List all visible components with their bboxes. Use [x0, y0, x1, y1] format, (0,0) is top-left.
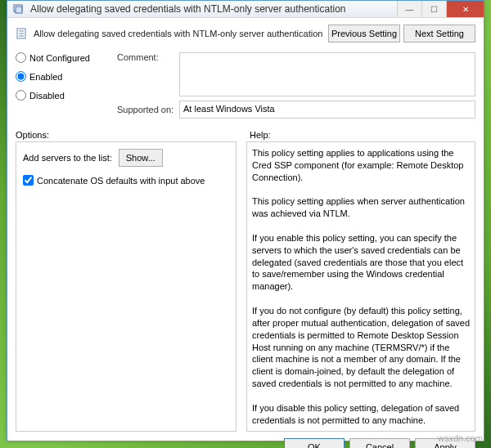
svg-rect-1: [16, 7, 22, 13]
help-panel[interactable]: This policy setting applies to applicati…: [246, 141, 475, 432]
comment-label: Comment:: [117, 52, 174, 101]
previous-setting-button[interactable]: Previous Setting: [328, 25, 400, 43]
top-grid: Not Configured Enabled Disabled Comment:…: [16, 52, 475, 119]
section-labels: Options: Help:: [16, 130, 475, 140]
supported-on-field[interactable]: At least Windows Vista: [179, 101, 475, 119]
radio-not-configured-label: Not Configured: [29, 53, 90, 63]
comment-field[interactable]: [179, 52, 475, 96]
show-button[interactable]: Show...: [119, 149, 163, 167]
supported-label: Supported on:: [117, 105, 174, 114]
app-icon: [12, 2, 25, 16]
minimize-button[interactable]: —: [397, 1, 421, 17]
add-servers-row: Add servers to the list: Show...: [23, 149, 229, 167]
footer: OK Cancel Apply: [16, 438, 475, 448]
radio-enabled[interactable]: Enabled: [16, 71, 112, 82]
radio-not-configured[interactable]: Not Configured: [16, 52, 112, 63]
titlebar[interactable]: Allow delegating saved credentials with …: [7, 1, 484, 18]
options-panel: Add servers to the list: Show... Concate…: [16, 141, 236, 432]
radio-disabled[interactable]: Disabled: [16, 90, 112, 101]
apply-button[interactable]: Apply: [415, 438, 475, 448]
policy-dialog: Allow delegating saved credentials with …: [7, 0, 484, 441]
radio-enabled-input[interactable]: [16, 71, 26, 82]
policy-description: Allow delegating saved credentials with …: [34, 29, 328, 38]
ok-button[interactable]: OK: [284, 438, 345, 448]
concat-label: Concatenate OS defaults with input above: [37, 176, 205, 186]
policy-icon: [16, 27, 29, 40]
state-radios: Not Configured Enabled Disabled: [16, 52, 112, 101]
maximize-button[interactable]: ☐: [421, 1, 446, 17]
add-servers-label: Add servers to the list:: [23, 153, 112, 163]
header-row: Allow delegating saved credentials with …: [16, 25, 475, 43]
mid-row: Add servers to the list: Show... Concate…: [16, 141, 475, 432]
radio-disabled-label: Disabled: [29, 91, 65, 101]
radio-enabled-label: Enabled: [29, 72, 62, 82]
cancel-button[interactable]: Cancel: [349, 438, 410, 448]
dialog-content: Allow delegating saved credentials with …: [7, 18, 484, 448]
help-label: Help:: [250, 130, 271, 140]
concat-checkbox[interactable]: [23, 175, 34, 186]
radio-not-configured-input[interactable]: [16, 52, 26, 63]
window-controls: — ☐ ✕: [397, 1, 484, 17]
close-button[interactable]: ✕: [446, 1, 484, 17]
radio-disabled-input[interactable]: [16, 90, 26, 101]
next-setting-button[interactable]: Next Setting: [403, 25, 475, 43]
window-title: Allow delegating saved credentials with …: [30, 3, 397, 15]
supported-on-value: At least Windows Vista: [183, 104, 275, 114]
options-label: Options:: [16, 130, 236, 140]
concat-row[interactable]: Concatenate OS defaults with input above: [23, 175, 229, 186]
